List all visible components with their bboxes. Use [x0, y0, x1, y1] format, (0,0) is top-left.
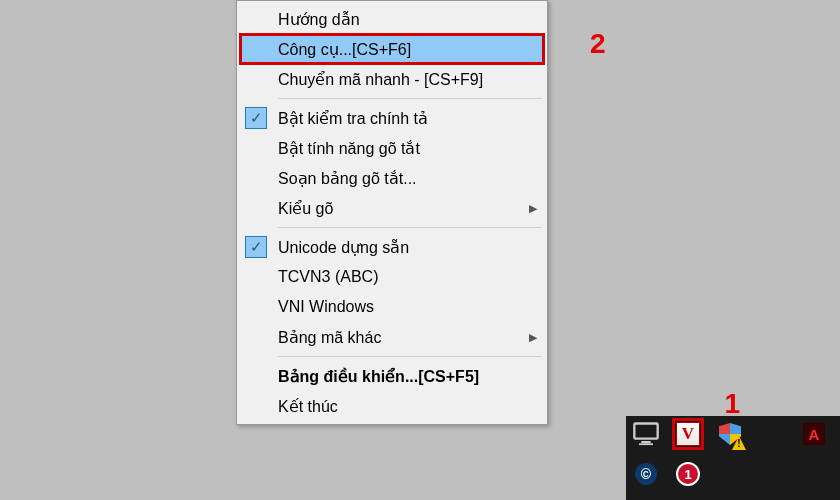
separator: [278, 356, 542, 357]
menu-label: TCVN3 (ABC): [272, 268, 544, 286]
menu-item-tcvn3[interactable]: TCVN3 (ABC): [240, 262, 544, 292]
context-menu: Hướng dẫn Công cụ...[CS+F6] Chuyển mã nh…: [236, 0, 548, 425]
monitor-icon: [632, 420, 660, 448]
menu-item-tools[interactable]: Công cụ...[CS+F6]: [240, 34, 544, 64]
menu-item-vni[interactable]: VNI Windows: [240, 292, 544, 322]
menu-item-guide[interactable]: Hướng dẫn: [240, 4, 544, 34]
menu-item-edit-shortcuts[interactable]: Soạn bảng gõ tắt...: [240, 163, 544, 193]
menu-item-spellcheck[interactable]: ✓ Bật kiểm tra chính tả: [240, 103, 544, 133]
notification-badge-icon: 1: [676, 462, 700, 486]
separator: [278, 227, 542, 228]
menu-label: Bật tính năng gõ tắt: [272, 139, 544, 158]
unikey-tray-icon[interactable]: V: [674, 420, 702, 448]
menu-label: VNI Windows: [272, 298, 544, 316]
check-slot: ✓: [240, 236, 272, 258]
notification-tray-icon[interactable]: 1: [674, 460, 702, 488]
svg-rect-2: [639, 443, 653, 445]
menu-label: Unicode dựng sẵn: [272, 238, 544, 257]
pc-icon[interactable]: [632, 420, 660, 448]
menu-item-exit[interactable]: Kết thúc: [240, 391, 544, 421]
menu-item-quick-convert[interactable]: Chuyển mã nhanh - [CS+F9]: [240, 64, 544, 94]
annotation-2: 2: [590, 28, 606, 60]
adobe-icon: A: [803, 423, 825, 445]
separator: [278, 98, 542, 99]
menu-label: Kết thúc: [272, 397, 544, 416]
menu-item-control-panel[interactable]: Bảng điều khiển...[CS+F5]: [240, 361, 544, 391]
check-icon: ✓: [245, 107, 267, 129]
menu-label: Chuyển mã nhanh - [CS+F9]: [272, 70, 544, 89]
v-icon: V: [676, 422, 700, 446]
menu-label: Kiểu gõ: [272, 199, 522, 218]
menu-label: Bảng mã khác: [272, 328, 522, 347]
svg-rect-1: [641, 441, 650, 443]
menu-item-other-encodings[interactable]: Bảng mã khác ▶: [240, 322, 544, 352]
system-tray: V ! A © 1: [626, 416, 840, 500]
chevron-right-icon: ▶: [522, 331, 544, 344]
copyright-icon: ©: [635, 463, 657, 485]
check-icon: ✓: [245, 236, 267, 258]
copyright-tray-icon[interactable]: ©: [632, 460, 660, 488]
menu-label: Bảng điều khiển...[CS+F5]: [272, 367, 544, 386]
chevron-right-icon: ▶: [522, 202, 544, 215]
check-slot: ✓: [240, 107, 272, 129]
menu-item-unicode[interactable]: ✓ Unicode dựng sẵn: [240, 232, 544, 262]
menu-label: Soạn bảng gõ tắt...: [272, 169, 544, 188]
menu-label: Bật kiểm tra chính tả: [272, 109, 544, 128]
menu-item-input-method[interactable]: Kiểu gõ ▶: [240, 193, 544, 223]
menu-label: Hướng dẫn: [272, 10, 544, 29]
adobe-tray-icon[interactable]: A: [800, 420, 828, 448]
menu-label: Công cụ...[CS+F6]: [272, 40, 544, 59]
menu-item-shortcut-typing[interactable]: Bật tính năng gõ tắt: [240, 133, 544, 163]
svg-rect-0: [634, 424, 657, 439]
security-tray-icon[interactable]: !: [716, 420, 744, 448]
